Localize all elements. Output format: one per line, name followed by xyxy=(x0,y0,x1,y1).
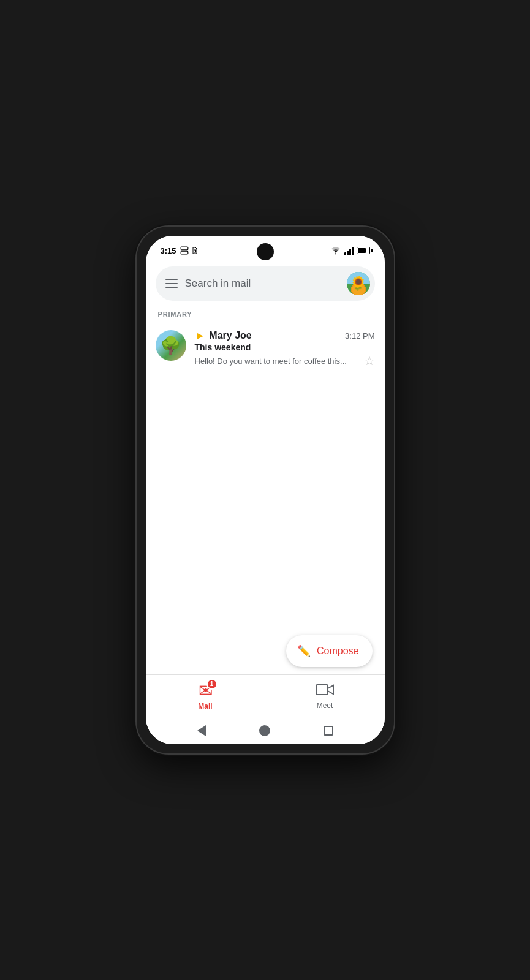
phone-frame: 3:15 xyxy=(137,227,394,753)
sender-avatar: 🌳 xyxy=(156,330,186,361)
camera-hole xyxy=(257,243,274,260)
wifi-icon xyxy=(330,246,341,255)
bottom-nav: ✉ 1 Mail Meet xyxy=(146,674,385,717)
mail-badge: 1 xyxy=(206,679,218,690)
home-button[interactable] xyxy=(257,723,272,738)
meet-video-icon xyxy=(316,683,334,696)
email-preview: Hello! Do you want to meet for coffee th… xyxy=(195,356,359,366)
compose-label: Compose xyxy=(317,646,358,657)
star-icon[interactable]: ☆ xyxy=(364,353,375,368)
compose-button[interactable]: ✏️ Compose xyxy=(286,635,372,667)
signal-icon xyxy=(344,246,354,255)
user-avatar[interactable] xyxy=(347,272,370,295)
sender-wrapper: ► Mary Joe xyxy=(195,330,252,341)
email-sender: Mary Joe xyxy=(209,330,251,341)
back-icon xyxy=(197,725,206,736)
svg-rect-2 xyxy=(194,250,195,252)
compose-pencil-icon: ✏️ xyxy=(297,644,311,658)
compose-fab-wrapper: ✏️ Compose xyxy=(146,635,385,674)
mail-icon-wrapper: ✉ 1 xyxy=(199,682,213,699)
hamburger-menu-icon[interactable] xyxy=(165,279,178,288)
email-item[interactable]: 🌳 ► Mary Joe 3:12 PM This weekend Hello!… xyxy=(146,322,385,377)
meet-icon-wrapper xyxy=(316,683,334,699)
search-bar[interactable]: Search in mail xyxy=(156,266,375,301)
mail-nav-label: Mail xyxy=(198,702,212,710)
svg-rect-4 xyxy=(316,685,328,695)
sim-icon xyxy=(191,246,199,255)
status-right-icons xyxy=(330,246,370,255)
email-time: 3:12 PM xyxy=(345,331,374,341)
bottom-area: ✏️ Compose ✉ 1 Mail xyxy=(146,635,385,744)
email-header: ► Mary Joe 3:12 PM xyxy=(195,330,375,341)
svg-rect-0 xyxy=(181,247,188,250)
email-subject: This weekend xyxy=(195,342,375,352)
storage-icon xyxy=(180,246,189,255)
recents-icon xyxy=(324,726,333,736)
important-icon: ► xyxy=(195,330,206,341)
nav-item-meet[interactable]: Meet xyxy=(265,683,385,710)
status-icons-left xyxy=(180,246,199,255)
phone-screen: 3:15 xyxy=(146,236,385,744)
status-time: 3:15 xyxy=(161,246,176,255)
nav-item-mail[interactable]: ✉ 1 Mail xyxy=(146,682,265,710)
recents-button[interactable] xyxy=(321,723,336,738)
search-placeholder[interactable]: Search in mail xyxy=(185,277,339,290)
battery-icon xyxy=(357,247,370,254)
search-bar-wrapper: Search in mail xyxy=(146,260,385,307)
svg-rect-1 xyxy=(181,251,188,254)
svg-point-3 xyxy=(335,253,336,254)
back-button[interactable] xyxy=(194,723,209,738)
email-content: ► Mary Joe 3:12 PM This weekend Hello! D… xyxy=(195,330,375,368)
system-nav xyxy=(146,717,385,744)
home-icon xyxy=(259,725,270,736)
meet-nav-label: Meet xyxy=(317,701,333,710)
email-list: 🌳 ► Mary Joe 3:12 PM This weekend Hello!… xyxy=(146,322,385,635)
email-preview-row: Hello! Do you want to meet for coffee th… xyxy=(195,353,375,368)
section-label-primary: PRIMARY xyxy=(146,307,385,322)
